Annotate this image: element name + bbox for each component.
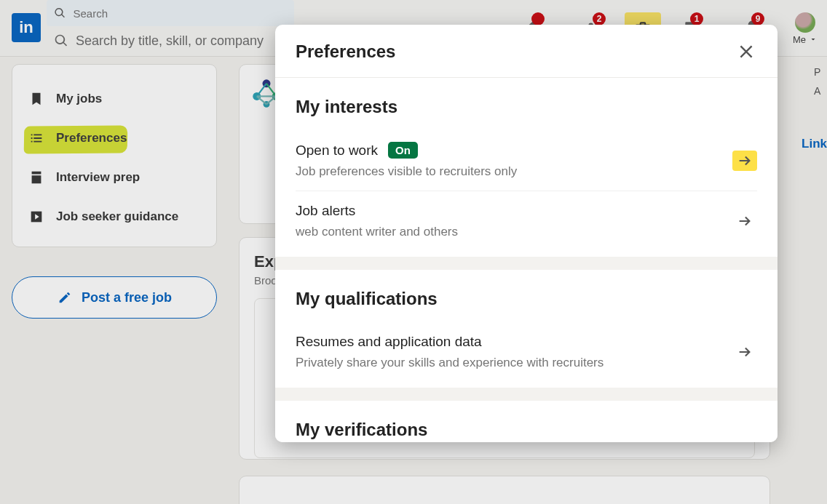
section-my-verifications: My verifications <box>275 401 777 442</box>
sidebar-item-label: Preferences <box>56 131 127 145</box>
modal-title: Preferences <box>296 41 395 62</box>
pref-subtitle: Job preferences visible to recruiters on… <box>296 164 517 179</box>
close-icon <box>737 42 756 61</box>
preferences-modal: Preferences My interests Open to work On… <box>275 25 777 442</box>
pref-title: Open to work <box>296 143 378 159</box>
on-badge: On <box>388 142 418 159</box>
section-heading: My verifications <box>296 420 757 440</box>
arrow-resumes[interactable] <box>732 342 757 362</box>
pref-title: Resumes and application data <box>296 334 604 350</box>
arrow-right-icon <box>737 213 753 229</box>
section-divider <box>275 388 777 401</box>
arrow-job-alerts[interactable] <box>732 211 757 231</box>
arrow-open-to-work[interactable] <box>732 151 757 171</box>
list-icon <box>28 130 44 146</box>
close-button[interactable] <box>735 41 757 63</box>
pref-subtitle: Privately share your skills and experien… <box>296 356 604 370</box>
section-my-qualifications: My qualifications Resumes and applicatio… <box>275 270 777 388</box>
pref-open-to-work[interactable]: Open to work On Job preferences visible … <box>296 130 757 191</box>
modal-header: Preferences <box>275 25 777 78</box>
pref-subtitle: web content writer and others <box>296 225 458 239</box>
modal-body[interactable]: My interests Open to work On Job prefere… <box>275 78 777 442</box>
arrow-right-icon <box>737 153 753 169</box>
pref-title: Job alerts <box>296 203 458 219</box>
section-heading: My interests <box>296 97 757 117</box>
section-heading: My qualifications <box>296 289 757 309</box>
pref-resumes[interactable]: Resumes and application data Privately s… <box>296 322 757 382</box>
arrow-right-icon <box>737 344 753 360</box>
section-divider <box>275 257 777 270</box>
section-my-interests: My interests Open to work On Job prefere… <box>275 78 777 257</box>
pref-job-alerts[interactable]: Job alerts web content writer and others <box>296 191 757 251</box>
